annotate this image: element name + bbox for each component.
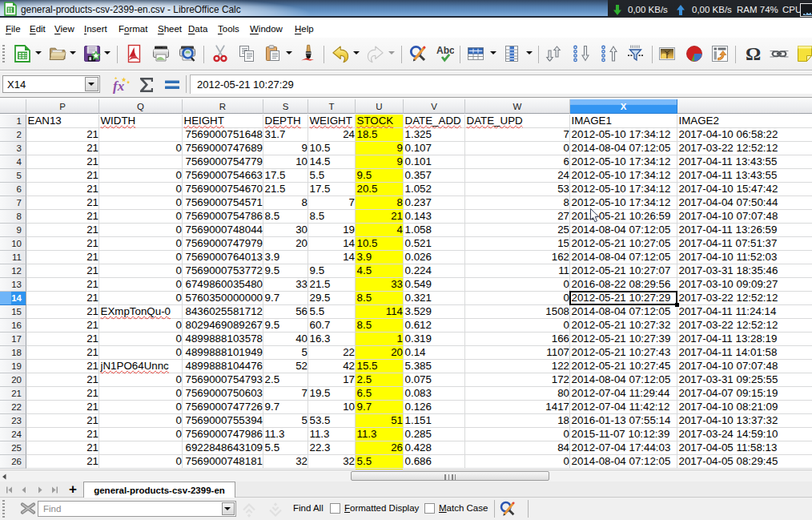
svg-text:Ω: Ω [746, 44, 761, 63]
svg-text:Abc: Abc [436, 45, 454, 56]
